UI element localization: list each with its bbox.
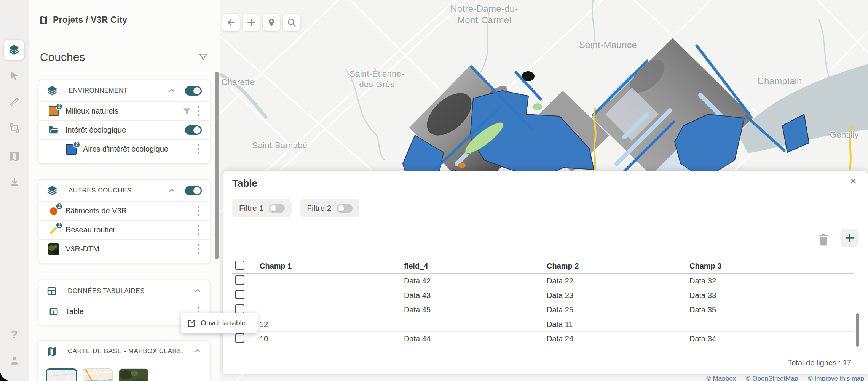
help-icon[interactable]: ? [8,328,21,341]
delete-rows-icon[interactable] [818,233,829,246]
row-checkbox[interactable] [235,304,244,314]
layer-badge: 2 [56,103,63,110]
kebab-menu-icon[interactable] [195,144,202,155]
layer-row-milieux-naturels[interactable]: 2 Milieux naturels [39,101,209,120]
group-toggle[interactable] [185,186,202,195]
table-cell: Data 35 [689,306,854,314]
locate-button[interactable] [263,14,280,31]
ruler-icon [9,96,20,108]
layer-toggle[interactable] [185,125,202,135]
column-header[interactable]: field_4 [404,262,547,271]
table-cell: Data 22 [547,277,689,285]
chevron-up-icon[interactable] [193,347,202,355]
search-button[interactable] [283,14,300,31]
table-row[interactable]: Data 45Data 25Data 35 [232,303,854,317]
raster-thumbnail [48,243,59,255]
rail-item-export[interactable] [8,176,21,189]
rail-item-basemap[interactable] [8,150,21,162]
filter-1-toggle[interactable] [269,204,285,213]
layer-group-autres-couches: AUTRES COUCHES 2 Bâtiments de V3R 2 Rése… [38,179,211,263]
rail-item-select[interactable] [8,70,21,82]
kebab-menu-icon[interactable] [195,106,202,117]
table-row[interactable]: 12Data 11 [232,317,854,332]
column-header[interactable]: Champ 2 [547,262,689,271]
group-name: DONNÉES TABULAIRES [68,287,190,295]
table-cell: 10 [260,335,404,343]
layer-row-batiments[interactable]: 2 Bâtiments de V3R [39,201,209,220]
chevron-up-icon[interactable] [168,186,176,195]
table-row[interactable]: Data 43Data 23Data 33 [232,288,854,303]
kebab-menu-icon[interactable] [195,224,202,236]
layer-badge: 2 [56,222,63,229]
back-button[interactable] [222,14,240,31]
rail-item-layers[interactable] [4,40,24,60]
rail-item-measure[interactable] [8,96,21,108]
group-toggle[interactable] [185,86,202,96]
row-checkbox[interactable] [235,290,244,299]
kebab-menu-icon[interactable] [195,205,202,217]
folder-open-icon [48,125,59,136]
layer-row-aires-interet[interactable]: 2 Aires d'intérêt écologique [39,139,209,158]
location-pin-icon [267,18,276,27]
row-checkbox[interactable] [235,333,244,343]
table-row[interactable]: Data 42Data 22Data 32 [232,274,854,288]
basemap-thumb-satellite[interactable] [119,368,148,381]
add-row-button[interactable] [841,229,859,247]
account-icon[interactable] [8,354,21,367]
arrow-left-icon [226,18,236,27]
table-icon [46,286,57,296]
basemap-thumb-light[interactable] [46,368,77,381]
layer-symbol [48,306,59,317]
layer-row-v3r-dtm[interactable]: V3R-DTM [39,239,209,258]
map-place-label: Saint-Étienne-des-Grès [349,69,404,90]
layer-symbol: 2 [48,205,59,217]
filter-chip-2: Filtre 2 [300,199,359,217]
table-cell: Data 11 [547,320,689,329]
filter-2-toggle[interactable] [337,204,353,213]
chevron-up-icon[interactable] [168,86,176,95]
kebab-menu-icon[interactable] [195,243,202,255]
map-place-label: Saint-Barnabé [252,140,308,151]
plus-icon [844,232,855,243]
context-menu-item-open-table[interactable]: Ouvrir la table [201,319,246,327]
panel-title: Couches [40,51,85,64]
layer-badge: 2 [56,203,63,210]
filter-icon[interactable] [198,52,208,62]
cursor-icon [9,70,20,81]
table-scrollbar[interactable] [856,313,859,347]
left-rail: ? [0,0,29,381]
map-place-label: Charette [222,77,255,88]
select-all-checkbox[interactable] [235,261,244,270]
filter-applied-icon[interactable] [182,106,192,116]
search-icon [287,18,297,27]
column-header[interactable]: Champ 3 [689,262,854,271]
table-cell: Data 25 [547,306,689,314]
close-icon[interactable]: × [850,174,857,187]
group-name: AUTRES COUCHES [69,187,164,194]
data-table: Champ 1 field_4 Champ 2 Champ 3 Data 42D… [232,259,854,346]
map-place-label: Notre-Dame-du-Mont-Carmel [450,3,518,26]
subgroup-row-interet-ecologique[interactable]: Intérêt écologique [39,120,209,139]
table-row[interactable]: 10Data 44Data 24Data 34 [232,332,854,346]
layer-row-reseau-routier[interactable]: 2 Réseau routier [39,220,209,239]
table-cell: Data 34 [689,335,854,343]
attribution-link[interactable]: © OpenStreetMap [746,375,798,381]
table-header-row: Champ 1 field_4 Champ 2 Champ 3 [232,259,854,274]
group-name: CARTE DE BASE - MAPBOX CLAIRE [68,347,190,355]
plus-icon [246,18,256,27]
column-header[interactable]: Champ 1 [260,262,404,271]
breadcrumb[interactable]: Projets / V3R City [29,0,220,40]
layer-group-carte-de-base: CARTE DE BASE - MAPBOX CLAIRE [38,340,211,381]
attribution-link[interactable]: © Improve this map [808,375,864,381]
table-panel: Table × Filtre 1 Filtre 2 Champ 1 field_… [223,171,868,374]
panel-scrollbar[interactable] [215,72,219,259]
row-checkbox[interactable] [235,275,244,285]
layers-icon [46,85,58,96]
project-map-icon [38,15,48,25]
attribution-link[interactable]: © Mapbox [706,375,736,381]
basemap-thumb-streets[interactable] [83,368,113,381]
rail-item-draw[interactable] [8,122,21,134]
table-cell: 12 [260,320,404,329]
chevron-up-icon[interactable] [193,287,202,295]
add-to-map-button[interactable] [243,14,260,31]
